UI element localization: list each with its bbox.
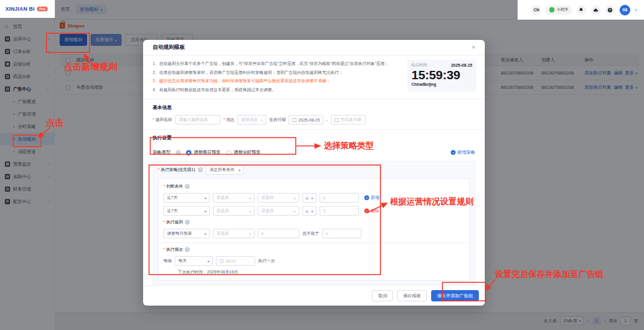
chevron-down-icon — [208, 259, 209, 263]
date-separator: - — [326, 118, 327, 122]
help-button[interactable]: ? — [605, 5, 615, 15]
add-strategy-button[interactable]: 新增策略 — [451, 150, 475, 155]
header-actions: CN 小程序 ? 08 ▾ — [518, 0, 644, 20]
value-input[interactable]: 0 — [320, 206, 359, 216]
site-clock: 15:59:39 — [411, 68, 472, 82]
info-icon — [176, 150, 181, 155]
period-select[interactable]: 近7天 — [163, 206, 210, 216]
language-button[interactable]: CN — [531, 5, 541, 15]
minus-icon — [364, 208, 369, 213]
clock-icon — [219, 259, 224, 263]
period-select[interactable]: 近7天 — [163, 193, 210, 203]
condition-row: 近7天 请选择 请选择 ≥ 0 — [163, 206, 465, 216]
pro-badge: Pro — [37, 7, 48, 11]
chevron-down-icon — [249, 232, 251, 236]
effective-date-label: 生效日期 — [269, 117, 286, 123]
once-label: 执行一次 — [258, 258, 275, 264]
chevron-down-icon — [249, 209, 251, 213]
plus-icon — [451, 150, 456, 155]
priority-label: 执行策略(优先级1) — [158, 167, 195, 173]
auto-rule-modal: 自动规则模板 × 1、自动规则支持单个或多个广告组，创建后，可“保存并添加广告组… — [143, 40, 485, 306]
rule-value-input[interactable]: 0 — [258, 229, 299, 238]
start-date-input[interactable]: 2025-08-15 — [289, 115, 323, 124]
min-value-input[interactable]: 0 — [322, 229, 361, 238]
info-icon — [185, 220, 190, 225]
rule-name-label: 规则名称 — [153, 117, 172, 123]
strategy-type-row: 策略类型 调整每日预算 调整分时预算 新增策略 — [153, 145, 475, 160]
divider — [143, 129, 485, 130]
radio-daily-budget[interactable]: 调整每日预算 — [186, 150, 221, 155]
region-label: 地区 — [224, 117, 235, 123]
bell-icon — [578, 7, 584, 13]
radio-unselected-icon — [226, 150, 231, 155]
cancel-button[interactable]: 取消 — [372, 290, 393, 301]
strategy-card: 判断条件 近7天 请选择 请选择 — [158, 178, 470, 281]
strategy-priority-row: 执行策略(优先级1) 满足所有条件 — [158, 165, 470, 175]
cloud-icon — [593, 7, 599, 13]
calendar-icon — [292, 118, 296, 122]
frequency-select[interactable]: 每天 — [175, 256, 213, 266]
next-run-time: 下次执行时间：2025年08月16日 — [178, 269, 465, 275]
user-avatar[interactable]: 08 — [620, 5, 630, 15]
chevron-down-icon — [294, 209, 296, 213]
modal-header: 自动规则模板 × — [143, 40, 485, 55]
region-select[interactable]: 选择地区 — [237, 115, 266, 124]
rule-type-select[interactable]: 调整每日预算 — [163, 229, 210, 238]
question-icon: ? — [607, 7, 613, 13]
chevron-down-icon — [239, 168, 240, 172]
chevron-down-icon — [205, 196, 206, 200]
metric-select[interactable]: 请选择 — [258, 193, 299, 203]
site-timezone: China/Beijing — [411, 82, 472, 86]
calendar-icon — [335, 118, 339, 122]
match-condition-select[interactable]: 满足所有条件 — [206, 165, 244, 175]
logo-text: XINJIAN BI — [5, 6, 35, 12]
frequency-group-label: 执行频次 — [163, 247, 465, 253]
strategy-type-label: 策略类型 — [153, 150, 171, 155]
chevron-down-icon — [205, 232, 206, 236]
cloud-button[interactable] — [591, 5, 600, 15]
basic-info-heading: 基本信息 — [153, 104, 475, 111]
divider — [143, 99, 485, 99]
plus-icon — [364, 195, 369, 200]
modal-title: 自动规则模板 — [153, 43, 185, 51]
save-template-button[interactable]: 保存模板 — [397, 290, 427, 301]
rule-action-select[interactable]: 请选择 — [213, 229, 255, 238]
delete-condition-button[interactable]: 删除 — [364, 208, 379, 214]
strategy-panel: 执行策略(优先级1) 满足所有条件 判断条件 近7天 — [153, 161, 475, 285]
svg-text:?: ? — [609, 8, 611, 11]
metric-select[interactable]: 请选择 — [213, 193, 255, 203]
value-input[interactable]: 0 — [320, 193, 359, 203]
basic-info-row: 规则名称 请输入规则名称 地区 选择地区 生效日期 2025-08-15 - 无… — [153, 115, 475, 124]
notifications-button[interactable] — [577, 5, 586, 15]
every-label: 每隔 — [163, 258, 172, 264]
operator-select[interactable]: ≥ — [302, 193, 317, 203]
exec-settings-heading: 执行设置 — [153, 135, 475, 141]
frequency-row: 每隔 每天 00:00 执行一次 — [163, 256, 465, 266]
chevron-down-icon — [205, 209, 206, 213]
chevron-down-icon — [249, 196, 251, 200]
site-time-label: 站点时间 — [411, 63, 427, 68]
rule-name-input[interactable]: 请输入规则名称 — [175, 115, 221, 124]
exec-rule-row: 调整每日预算 请选择 0 且不低于 0 — [163, 229, 465, 238]
close-icon[interactable]: × — [472, 44, 475, 51]
chevron-down-icon — [311, 196, 313, 200]
end-date-input[interactable]: 无结束日期 — [331, 115, 366, 124]
info-icon — [185, 184, 190, 189]
condition-row: 近7天 请选择 请选择 ≥ 0 — [163, 193, 465, 203]
time-input[interactable]: 00:00 — [216, 256, 255, 266]
chevron-down-icon[interactable]: ▾ — [635, 8, 637, 12]
metric-select[interactable]: 请选择 — [213, 206, 255, 216]
chevron-down-icon — [294, 196, 296, 200]
operator-select[interactable]: ≥ — [302, 206, 317, 216]
divider — [159, 242, 469, 243]
add-condition-button[interactable]: 新增 — [364, 195, 379, 201]
info-icon — [185, 247, 190, 252]
metric-select[interactable]: 请选择 — [258, 206, 299, 216]
radio-timeslot-budget[interactable]: 调整分时预算 — [226, 150, 261, 155]
condition-group-label: 判断条件 — [163, 183, 465, 189]
mini-program-button[interactable]: 小程序 — [546, 5, 572, 15]
logo: XINJIAN BI Pro — [0, 0, 55, 18]
info-icon — [198, 167, 203, 172]
chevron-down-icon — [311, 209, 313, 213]
save-and-add-button[interactable]: 保存并添加广告组 — [431, 290, 479, 301]
